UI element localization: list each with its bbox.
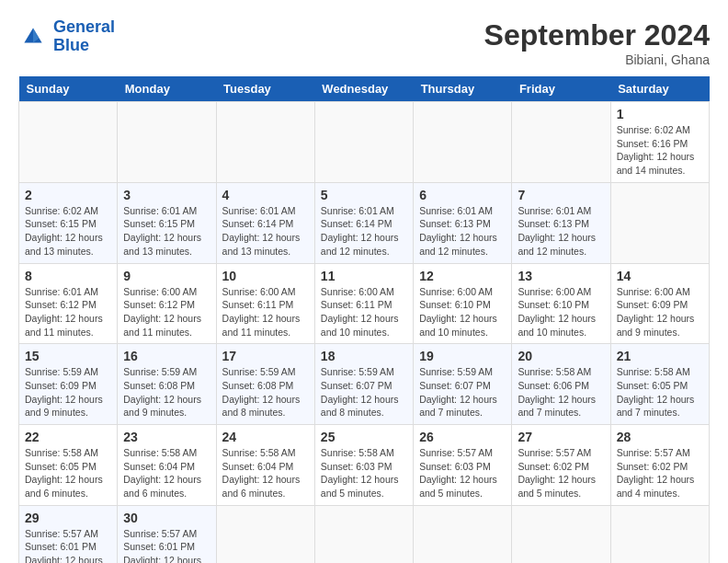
calendar-week-1: 1Sunrise: 6:02 AM Sunset: 6:16 PM Daylig… (19, 102, 710, 183)
day-number: 21 (617, 349, 703, 363)
calendar-week-2: 2Sunrise: 6:02 AM Sunset: 6:15 PM Daylig… (19, 182, 710, 263)
day-number: 29 (25, 511, 111, 525)
col-monday: Monday (118, 76, 216, 102)
calendar-cell: 21Sunrise: 5:58 AM Sunset: 6:05 PM Dayli… (610, 344, 709, 425)
calendar-cell: 26Sunrise: 5:57 AM Sunset: 6:03 PM Dayli… (414, 425, 512, 506)
day-info: Sunrise: 6:00 AM Sunset: 6:10 PM Dayligh… (419, 285, 506, 339)
day-info: Sunrise: 5:57 AM Sunset: 6:02 PM Dayligh… (518, 446, 604, 500)
day-info: Sunrise: 5:58 AM Sunset: 6:05 PM Dayligh… (617, 365, 703, 419)
day-info: Sunrise: 5:59 AM Sunset: 6:08 PM Dayligh… (123, 365, 210, 419)
day-number: 10 (222, 269, 309, 283)
header-row: Sunday Monday Tuesday Wednesday Thursday… (19, 76, 710, 102)
logo-line1: General (53, 17, 115, 36)
calendar-cell: 30Sunrise: 5:57 AM Sunset: 6:01 PM Dayli… (118, 505, 216, 563)
calendar-cell: 18Sunrise: 5:59 AM Sunset: 6:07 PM Dayli… (314, 344, 413, 425)
calendar-header: Sunday Monday Tuesday Wednesday Thursday… (19, 76, 710, 102)
calendar-cell: 22Sunrise: 5:58 AM Sunset: 6:05 PM Dayli… (19, 425, 118, 506)
day-info: Sunrise: 6:00 AM Sunset: 6:11 PM Dayligh… (321, 285, 407, 339)
day-info: Sunrise: 6:01 AM Sunset: 6:13 PM Dayligh… (518, 204, 604, 259)
calendar-cell: 10Sunrise: 6:00 AM Sunset: 6:11 PM Dayli… (216, 263, 314, 344)
title-area: September 2024 Bibiani, Ghana (484, 18, 710, 67)
header: General Blue September 2024 Bibiani, Gha… (18, 18, 710, 67)
calendar-cell: 16Sunrise: 5:59 AM Sunset: 6:08 PM Dayli… (118, 344, 216, 425)
day-number: 27 (518, 430, 604, 444)
calendar-cell: 2Sunrise: 6:02 AM Sunset: 6:15 PM Daylig… (19, 182, 118, 263)
day-info: Sunrise: 6:01 AM Sunset: 6:15 PM Dayligh… (123, 204, 210, 259)
day-info: Sunrise: 5:57 AM Sunset: 6:03 PM Dayligh… (419, 446, 506, 500)
col-saturday: Saturday (610, 76, 709, 102)
day-number: 16 (123, 349, 210, 363)
day-number: 26 (419, 430, 506, 444)
calendar-cell: 5Sunrise: 6:01 AM Sunset: 6:14 PM Daylig… (314, 182, 413, 263)
day-info: Sunrise: 5:59 AM Sunset: 6:07 PM Dayligh… (321, 365, 407, 419)
day-info: Sunrise: 5:59 AM Sunset: 6:07 PM Dayligh… (419, 365, 506, 419)
day-number: 28 (617, 430, 703, 444)
day-info: Sunrise: 6:01 AM Sunset: 6:14 PM Dayligh… (222, 204, 309, 259)
day-number: 15 (25, 349, 111, 363)
calendar-week-4: 15Sunrise: 5:59 AM Sunset: 6:09 PM Dayli… (19, 344, 710, 425)
calendar-cell: 15Sunrise: 5:59 AM Sunset: 6:09 PM Dayli… (19, 344, 118, 425)
logo: General Blue (18, 18, 115, 55)
calendar-week-3: 8Sunrise: 6:01 AM Sunset: 6:12 PM Daylig… (19, 263, 710, 344)
day-info: Sunrise: 5:59 AM Sunset: 6:09 PM Dayligh… (25, 365, 111, 419)
logo-line2: Blue (53, 36, 89, 54)
calendar-cell (414, 505, 512, 563)
day-info: Sunrise: 5:58 AM Sunset: 6:04 PM Dayligh… (222, 446, 309, 500)
calendar-cell (610, 182, 709, 263)
calendar-cell (19, 102, 118, 183)
day-number: 5 (321, 188, 407, 202)
day-number: 25 (321, 430, 407, 444)
calendar-cell: 24Sunrise: 5:58 AM Sunset: 6:04 PM Dayli… (216, 425, 314, 506)
calendar-cell: 1Sunrise: 6:02 AM Sunset: 6:16 PM Daylig… (610, 102, 709, 183)
calendar-cell (216, 505, 314, 563)
day-info: Sunrise: 5:57 AM Sunset: 6:01 PM Dayligh… (25, 527, 111, 563)
calendar-cell (512, 505, 610, 563)
day-info: Sunrise: 5:58 AM Sunset: 6:06 PM Dayligh… (518, 365, 604, 419)
day-number: 12 (419, 269, 506, 283)
calendar-cell: 20Sunrise: 5:58 AM Sunset: 6:06 PM Dayli… (512, 344, 610, 425)
calendar-cell (118, 102, 216, 183)
day-number: 19 (419, 349, 506, 363)
calendar-cell (512, 102, 610, 183)
logo-text: General Blue (53, 18, 115, 55)
col-wednesday: Wednesday (314, 76, 413, 102)
location: Bibiani, Ghana (484, 52, 710, 67)
day-number: 13 (518, 269, 604, 283)
day-number: 14 (617, 269, 703, 283)
day-info: Sunrise: 6:00 AM Sunset: 6:10 PM Dayligh… (518, 285, 604, 339)
day-number: 2 (25, 188, 111, 202)
calendar-cell: 25Sunrise: 5:58 AM Sunset: 6:03 PM Dayli… (314, 425, 413, 506)
col-thursday: Thursday (414, 76, 512, 102)
calendar-cell: 3Sunrise: 6:01 AM Sunset: 6:15 PM Daylig… (118, 182, 216, 263)
calendar-week-6: 29Sunrise: 5:57 AM Sunset: 6:01 PM Dayli… (19, 505, 710, 563)
calendar-cell: 17Sunrise: 5:59 AM Sunset: 6:08 PM Dayli… (216, 344, 314, 425)
col-friday: Friday (512, 76, 610, 102)
day-number: 3 (123, 188, 210, 202)
day-number: 24 (222, 430, 309, 444)
calendar-cell (314, 102, 413, 183)
day-info: Sunrise: 6:01 AM Sunset: 6:12 PM Dayligh… (25, 285, 111, 339)
day-number: 8 (25, 269, 111, 283)
day-number: 6 (419, 188, 506, 202)
calendar-cell: 28Sunrise: 5:57 AM Sunset: 6:02 PM Dayli… (610, 425, 709, 506)
day-number: 1 (617, 107, 703, 121)
day-info: Sunrise: 6:00 AM Sunset: 6:11 PM Dayligh… (222, 285, 309, 339)
day-info: Sunrise: 5:58 AM Sunset: 6:03 PM Dayligh… (321, 446, 407, 500)
day-number: 23 (123, 430, 210, 444)
day-number: 11 (321, 269, 407, 283)
calendar-cell (216, 102, 314, 183)
calendar-cell (610, 505, 709, 563)
day-info: Sunrise: 6:02 AM Sunset: 6:16 PM Dayligh… (617, 123, 703, 178)
day-number: 20 (518, 349, 604, 363)
day-info: Sunrise: 5:59 AM Sunset: 6:08 PM Dayligh… (222, 365, 309, 419)
col-sunday: Sunday (19, 76, 118, 102)
day-info: Sunrise: 6:02 AM Sunset: 6:15 PM Dayligh… (25, 204, 111, 259)
calendar-table: Sunday Monday Tuesday Wednesday Thursday… (18, 76, 710, 563)
calendar-cell: 13Sunrise: 6:00 AM Sunset: 6:10 PM Dayli… (512, 263, 610, 344)
calendar-cell: 14Sunrise: 6:00 AM Sunset: 6:09 PM Dayli… (610, 263, 709, 344)
day-number: 4 (222, 188, 309, 202)
calendar-cell: 27Sunrise: 5:57 AM Sunset: 6:02 PM Dayli… (512, 425, 610, 506)
day-info: Sunrise: 5:58 AM Sunset: 6:04 PM Dayligh… (123, 446, 210, 500)
day-number: 9 (123, 269, 210, 283)
day-number: 17 (222, 349, 309, 363)
